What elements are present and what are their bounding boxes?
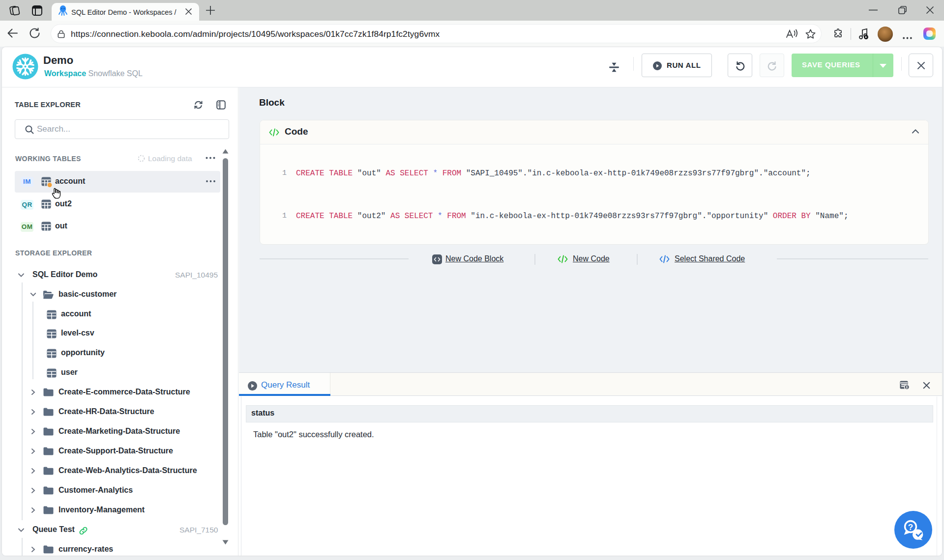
svg-text:?: ? <box>908 523 913 532</box>
